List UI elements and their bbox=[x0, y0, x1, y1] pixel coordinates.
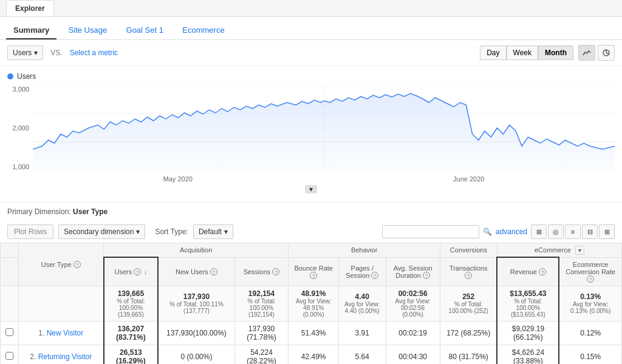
totals-checkbox-cell bbox=[1, 286, 19, 321]
totals-revenue-cell: $13,655.43 % of Total: 100.00% ($13,655.… bbox=[497, 286, 559, 321]
row1-revenue: $9,029.19 (66.12%) bbox=[497, 321, 559, 345]
totals-new-users-cell: 137,930 % of Total: 100.11% (137,777) bbox=[158, 286, 234, 321]
user-type-help-icon[interactable]: ? bbox=[73, 261, 81, 268]
pie-chart-button[interactable] bbox=[598, 45, 615, 61]
month-button[interactable]: Month bbox=[538, 46, 573, 60]
user-type-label: User Type bbox=[41, 261, 72, 268]
bar-view-icon[interactable]: ≡ bbox=[565, 224, 581, 239]
tab-ecommerce[interactable]: Ecommerce bbox=[175, 22, 231, 38]
users-label: Users bbox=[13, 49, 32, 57]
tab-site-usage[interactable]: Site Usage bbox=[61, 22, 115, 38]
totals-new-users-value: 137,930 bbox=[163, 292, 229, 301]
totals-users-cell: 139,665 % of Total: 100.00% (139,665) bbox=[104, 286, 159, 321]
y-label-2000: 2,000 bbox=[7, 124, 32, 132]
pivot-view-icon[interactable]: ⊟ bbox=[582, 224, 598, 239]
totals-ecommerce-rate-sub: Avg for View: 0.13% (0.00%) bbox=[564, 301, 617, 314]
totals-avg-session-value: 00:02:56 bbox=[391, 289, 435, 298]
users-line-chart bbox=[33, 86, 615, 170]
row2-sessions: 54,224 (28.22%) bbox=[234, 345, 289, 364]
search-icon[interactable]: 🔍 bbox=[483, 228, 492, 236]
pages-session-help-icon[interactable]: ? bbox=[371, 272, 378, 279]
chevron-down-icon: ▾ bbox=[224, 228, 228, 236]
row1-transactions: 172 (68.25%) bbox=[440, 321, 497, 345]
primary-dimension-bar: Primary Dimension: User Type bbox=[0, 203, 622, 221]
chevron-down-icon: ▾ bbox=[34, 49, 38, 57]
plot-rows-button[interactable]: Plot Rows bbox=[7, 224, 53, 239]
view-icons: ⊞ ◎ ≡ ⊟ ⊞ bbox=[531, 224, 615, 239]
bounce-rate-help-icon[interactable]: ? bbox=[310, 272, 317, 279]
users-legend-dot bbox=[7, 73, 13, 79]
pie-view-icon[interactable]: ◎ bbox=[548, 224, 564, 239]
chevron-down-icon: ▾ bbox=[136, 228, 140, 236]
transactions-col-header: Transactions ? bbox=[440, 257, 497, 286]
secondary-dimension-dropdown[interactable]: Secondary dimension ▾ bbox=[58, 224, 145, 239]
totals-bounce-cell: 48.91% Avg for View: 48.91% (0.00%) bbox=[289, 286, 339, 321]
row2-users-value: 26,513 (16.29%) bbox=[116, 348, 146, 365]
totals-users-sub: % of Total: 100.00% (139,665) bbox=[109, 298, 153, 318]
select-metric-link[interactable]: Select a metric bbox=[70, 49, 118, 57]
row2-checkbox-input[interactable] bbox=[5, 352, 13, 360]
sessions-help-icon[interactable]: ? bbox=[272, 268, 279, 275]
line-chart-icon bbox=[583, 49, 591, 56]
conversions-group-header: Conversions bbox=[440, 243, 497, 258]
row1-avg-session: 00:02:19 bbox=[386, 321, 440, 345]
line-chart-button[interactable] bbox=[578, 45, 595, 61]
day-button[interactable]: Day bbox=[480, 46, 506, 60]
ecommerce-dropdown[interactable]: ▾ bbox=[575, 246, 584, 255]
avg-session-help-icon[interactable]: ? bbox=[423, 272, 430, 279]
ecommerce-rate-help-icon[interactable]: ? bbox=[587, 275, 594, 283]
totals-revenue-value: $13,655.43 bbox=[502, 289, 553, 298]
row2-num: 2. bbox=[30, 352, 36, 361]
row2-checkbox[interactable] bbox=[1, 345, 19, 364]
users-dropdown[interactable]: Users ▾ bbox=[7, 46, 43, 60]
row2-ecommerce-rate: 0.15% bbox=[559, 345, 621, 364]
bounce-rate-label: Bounce Rate bbox=[294, 265, 333, 272]
table-row: 1. New Visitor 136,207 (83.71%) 137,930(… bbox=[1, 321, 622, 345]
table-controls-bar: Plot Rows Secondary dimension ▾ Sort Typ… bbox=[0, 221, 622, 243]
totals-pages-value: 4.40 bbox=[344, 292, 381, 301]
y-label-3000: 3,000 bbox=[7, 86, 32, 93]
acquisition-group-header: Acquisition bbox=[104, 243, 289, 258]
totals-pages-cell: 4.40 Avg for View: 4.40 (0.00%) bbox=[338, 286, 386, 321]
row1-new-users: 137,930(100.00%) bbox=[158, 321, 234, 345]
ecommerce-rate-label: Ecommerce Conversion Rate bbox=[566, 261, 615, 275]
tab-summary[interactable]: Summary bbox=[6, 22, 56, 39]
search-input[interactable] bbox=[382, 225, 479, 238]
advanced-link[interactable]: advanced bbox=[496, 228, 527, 236]
chart-area: 3,000 2,000 1,000 bbox=[7, 86, 615, 183]
revenue-label: Revenue bbox=[510, 268, 537, 275]
primary-dim-value: User Type bbox=[73, 207, 108, 216]
week-button[interactable]: Week bbox=[507, 46, 538, 60]
data-table-wrapper: User Type ? Acquisition Behavior Convers… bbox=[0, 243, 622, 364]
row1-user-type-link[interactable]: New Visitor bbox=[47, 329, 83, 337]
revenue-help-icon[interactable]: ? bbox=[539, 268, 546, 275]
row2-user-type-link[interactable]: Returning Visitor bbox=[38, 352, 92, 361]
primary-dim-label: Primary Dimension: bbox=[7, 207, 71, 216]
totals-bounce-sub: Avg for View: 48.91% (0.00%) bbox=[293, 298, 333, 318]
users-help-icon[interactable]: ? bbox=[134, 268, 141, 275]
transactions-help-icon[interactable]: ? bbox=[465, 272, 472, 279]
custom-view-icon[interactable]: ⊞ bbox=[599, 224, 615, 239]
totals-bounce-value: 48.91% bbox=[293, 289, 333, 298]
row1-sessions: 137,930 (71.78%) bbox=[234, 321, 289, 345]
row1-checkbox[interactable] bbox=[1, 321, 19, 345]
users-col-label: Users bbox=[114, 268, 132, 275]
pie-chart-icon bbox=[602, 49, 610, 57]
row2-avg-session: 00:04:30 bbox=[386, 345, 440, 364]
new-users-col-header: New Users ? bbox=[158, 257, 234, 286]
vs-label: VS. bbox=[50, 49, 62, 57]
pages-session-label: Pages / Session bbox=[346, 265, 374, 279]
row1-checkbox-input[interactable] bbox=[5, 328, 13, 336]
sort-type-label: Sort Type: bbox=[155, 228, 188, 236]
new-users-help-icon[interactable]: ? bbox=[210, 268, 217, 275]
totals-ecommerce-rate-cell: 0.13% Avg for View: 0.13% (0.00%) bbox=[559, 286, 621, 321]
tab-goal-set-1[interactable]: Goal Set 1 bbox=[119, 22, 171, 38]
sort-type-dropdown[interactable]: Default ▾ bbox=[193, 224, 233, 239]
totals-label-cell bbox=[19, 286, 104, 321]
sort-down-icon: ↓ bbox=[144, 269, 147, 275]
row2-users: 26,513 (16.29%) bbox=[104, 345, 159, 364]
totals-avg-session-cell: 00:02:56 Avg for View: 00:02:56 (0.00%) bbox=[386, 286, 440, 321]
scroll-button[interactable]: ▾ bbox=[305, 185, 317, 194]
explorer-tab[interactable]: Explorer bbox=[6, 0, 54, 16]
grid-view-icon[interactable]: ⊞ bbox=[531, 224, 547, 239]
